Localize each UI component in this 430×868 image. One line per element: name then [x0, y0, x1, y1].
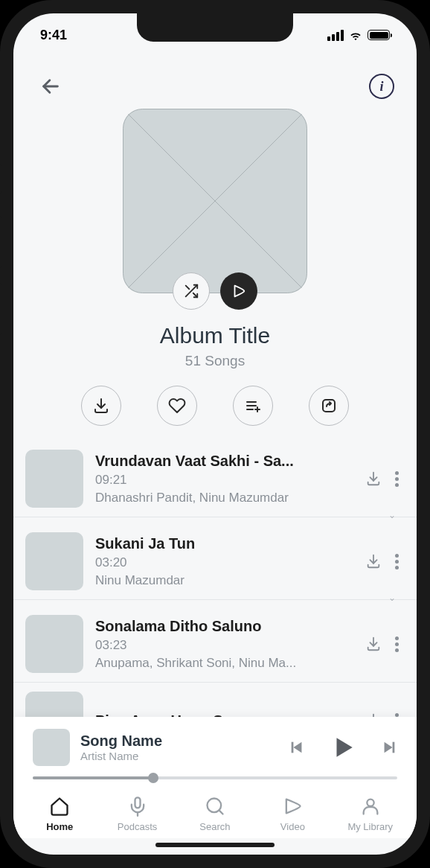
add-to-playlist-button[interactable]: [233, 386, 273, 426]
nav-search[interactable]: Search: [185, 796, 245, 832]
song-artist: Ninu Mazumdar: [95, 573, 353, 588]
song-thumb: [25, 450, 83, 508]
info-button[interactable]: i: [369, 74, 394, 99]
download-icon[interactable]: [365, 470, 382, 487]
mini-play-button[interactable]: [330, 735, 356, 760]
svg-rect-18: [135, 797, 140, 808]
song-artist: Anupama, Shrikant Soni, Ninu Ma...: [95, 656, 353, 671]
more-icon[interactable]: [395, 554, 399, 569]
svg-marker-15: [337, 738, 353, 757]
svg-rect-14: [292, 742, 294, 753]
nav-home[interactable]: Home: [30, 796, 89, 832]
search-icon: [205, 796, 225, 817]
status-icons: [327, 30, 390, 41]
mini-player-title: Song Name: [80, 733, 278, 750]
nav-label: Video: [280, 821, 305, 832]
nav-label: Home: [46, 821, 73, 832]
play-button[interactable]: [220, 272, 257, 310]
user-icon: [360, 796, 381, 817]
nav-label: Search: [199, 821, 230, 832]
home-indicator[interactable]: [155, 843, 275, 847]
song-list: Vrundavan Vaat Sakhi - Sa... 09:21 Dhana…: [13, 441, 417, 717]
song-title: Vrundavan Vaat Sakhi - Sa...: [95, 453, 353, 470]
mini-player-thumb: [33, 729, 70, 766]
download-album-button[interactable]: [81, 386, 121, 426]
album-art: [123, 109, 307, 293]
album-subtitle: 51 Songs: [185, 353, 245, 369]
song-thumb: [25, 615, 83, 673]
song-row[interactable]: Sukani Ja Tun 03:20 Ninu Mazumdar: [13, 523, 417, 600]
song-row[interactable]: Piyu Aavo Urma Samavo: [13, 683, 417, 717]
svg-rect-17: [393, 742, 395, 753]
next-track-button[interactable]: [381, 739, 397, 756]
svg-point-22: [367, 800, 373, 806]
chevron-down-icon[interactable]: ⌄: [13, 510, 417, 523]
mic-icon: [127, 796, 148, 817]
mini-player-artist: Artist Name: [80, 750, 278, 762]
home-icon: [49, 796, 70, 817]
more-icon[interactable]: [395, 471, 399, 487]
song-duration: 09:21: [95, 473, 353, 488]
more-icon[interactable]: [395, 636, 399, 652]
song-duration: 03:20: [95, 555, 353, 570]
nav-label: My Library: [347, 821, 393, 832]
song-title: Sonalama Ditho Saluno: [95, 618, 353, 635]
svg-marker-13: [293, 742, 301, 753]
song-thumb: [25, 692, 83, 717]
download-icon[interactable]: [365, 553, 382, 569]
chevron-down-icon[interactable]: ⌄: [13, 593, 417, 606]
back-button[interactable]: [36, 71, 65, 101]
prev-track-button[interactable]: [289, 739, 305, 756]
song-title: Sukani Ja Tun: [95, 535, 353, 552]
svg-marker-16: [385, 742, 393, 753]
nav-video[interactable]: Video: [263, 796, 322, 832]
nav-podcasts[interactable]: Podcasts: [108, 796, 167, 832]
song-row[interactable]: Sonalama Ditho Saluno 03:23 Anupama, Shr…: [13, 606, 417, 683]
battery-icon: [368, 30, 390, 40]
wifi-icon: [348, 30, 363, 41]
svg-rect-12: [323, 400, 335, 412]
nav-label: Podcasts: [118, 821, 157, 832]
song-row[interactable]: Vrundavan Vaat Sakhi - Sa... 09:21 Dhana…: [13, 441, 417, 517]
bottom-nav: Home Podcasts Search Video My Library: [13, 785, 417, 838]
download-icon[interactable]: [365, 636, 382, 652]
song-artist: Dhanashri Pandit, Ninu Mazumdar: [95, 491, 353, 505]
song-thumb: [25, 532, 83, 590]
mini-player[interactable]: Song Name Artist Name: [13, 717, 417, 785]
song-duration: 03:23: [95, 638, 353, 653]
progress-bar[interactable]: [33, 776, 397, 779]
nav-library[interactable]: My Library: [341, 796, 400, 832]
svg-line-6: [186, 286, 190, 290]
share-button[interactable]: [309, 386, 349, 426]
favorite-button[interactable]: [157, 386, 197, 426]
cellular-icon: [327, 30, 344, 41]
album-title: Album Title: [160, 323, 270, 348]
shuffle-button[interactable]: [173, 272, 210, 310]
svg-line-21: [219, 810, 222, 814]
status-time: 9:41: [40, 28, 67, 43]
video-icon: [282, 796, 303, 817]
